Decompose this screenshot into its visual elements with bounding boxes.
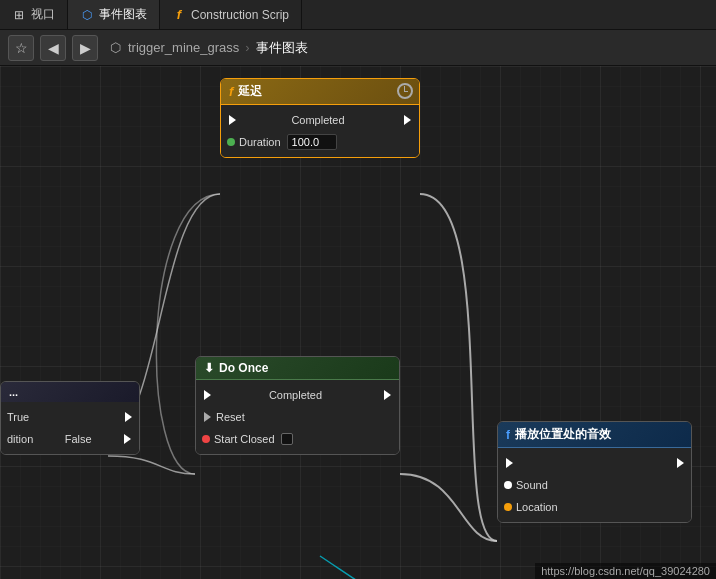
- delay-exec-out-pin: [403, 115, 413, 125]
- title-bar: ⊞ 视口 ⬡ 事件图表 f Construction Scrip: [0, 0, 716, 30]
- tab-event-graph-label: 事件图表: [99, 6, 147, 23]
- node-condition[interactable]: ... True dition False: [0, 381, 140, 455]
- play-sound-sound-pin: [504, 481, 512, 489]
- node-play-sound-title: 播放位置处的音效: [515, 426, 611, 443]
- do-once-completed-label: Completed: [269, 389, 322, 401]
- do-once-start-closed-row: Start Closed: [196, 428, 399, 450]
- delay-func-icon: f: [229, 84, 233, 99]
- delay-duration-input[interactable]: [287, 134, 337, 150]
- back-button[interactable]: ◀: [40, 35, 66, 61]
- do-once-exec-in-pin: [202, 390, 212, 400]
- watermark-text: https://blog.csdn.net/qq_39024280: [541, 565, 710, 577]
- delay-duration-pin: [227, 138, 235, 146]
- node-play-sound-body: Sound Location: [498, 448, 691, 522]
- node-delay-title: 延迟: [238, 83, 262, 100]
- node-delay[interactable]: f 延迟 Completed Duration: [220, 78, 420, 158]
- clock-icon: [397, 83, 413, 99]
- do-once-start-closed-pin: [202, 435, 210, 443]
- node-play-sound-header: f 播放位置处的音效: [498, 422, 691, 448]
- node-do-once-title: Do Once: [219, 361, 268, 375]
- do-once-exec-row: Completed: [196, 384, 399, 406]
- delay-exec-row: Completed: [221, 109, 419, 131]
- condition-true-pin: [123, 412, 133, 422]
- tab-construction-label: Construction Scrip: [191, 8, 289, 22]
- condition-dition-label: dition: [7, 433, 33, 445]
- breadcrumb-root[interactable]: trigger_mine_grass: [128, 40, 239, 55]
- play-sound-location-row: Location: [498, 496, 691, 518]
- condition-true-row: True: [1, 406, 139, 428]
- node-do-once-body: Completed Reset Start Closed: [196, 380, 399, 454]
- do-once-reset-label: Reset: [216, 411, 245, 423]
- condition-false-label: False: [65, 433, 92, 445]
- play-sound-location-pin: [504, 503, 512, 511]
- back-icon: ◀: [48, 40, 59, 56]
- do-once-reset-row: Reset: [196, 406, 399, 428]
- breadcrumb-separator: ›: [245, 40, 249, 55]
- bookmark-icon: ☆: [15, 40, 28, 56]
- condition-header-label: ...: [9, 386, 18, 398]
- view-icon: ⊞: [12, 8, 26, 22]
- do-once-start-closed-checkbox[interactable]: [281, 433, 293, 445]
- delay-completed-label: Completed: [291, 114, 344, 126]
- blueprint-icon: ⬡: [80, 8, 94, 22]
- do-once-exec-out-pin: [383, 390, 393, 400]
- condition-false-pin: [123, 434, 133, 444]
- condition-false-row: dition False: [1, 428, 139, 450]
- delay-exec-in-pin: [227, 115, 237, 125]
- tab-view[interactable]: ⊞ 视口: [0, 0, 68, 29]
- play-sound-func-icon: f: [506, 428, 510, 442]
- node-delay-header: f 延迟: [221, 79, 419, 105]
- forward-button[interactable]: ▶: [72, 35, 98, 61]
- do-once-reset-pin: [202, 412, 212, 422]
- breadcrumb-current: 事件图表: [256, 39, 308, 57]
- node-condition-body: True dition False: [1, 402, 139, 454]
- tab-view-label: 视口: [31, 6, 55, 23]
- play-sound-location-label: Location: [516, 501, 558, 513]
- toolbar: ☆ ◀ ▶ ⬡ trigger_mine_grass › 事件图表: [0, 30, 716, 66]
- node-delay-body: Completed Duration: [221, 105, 419, 157]
- play-sound-exec-row: [498, 452, 691, 474]
- play-sound-exec-in-pin: [504, 458, 514, 468]
- play-sound-sound-label: Sound: [516, 479, 548, 491]
- blueprint-canvas[interactable]: f 延迟 Completed Duration ⬇ Do Once: [0, 66, 716, 579]
- watermark: https://blog.csdn.net/qq_39024280: [535, 563, 716, 579]
- do-once-start-closed-label: Start Closed: [214, 433, 275, 445]
- bookmark-button[interactable]: ☆: [8, 35, 34, 61]
- function-icon: f: [172, 8, 186, 22]
- node-do-once-header: ⬇ Do Once: [196, 357, 399, 380]
- play-sound-exec-out-pin: [675, 458, 685, 468]
- tab-construction[interactable]: f Construction Scrip: [160, 0, 302, 29]
- tab-event-graph[interactable]: ⬡ 事件图表: [68, 0, 160, 29]
- do-once-icon: ⬇: [204, 361, 214, 375]
- node-condition-header: ...: [1, 382, 139, 402]
- condition-true-label: True: [7, 411, 29, 423]
- breadcrumb-icon: ⬡: [108, 41, 122, 55]
- breadcrumb: ⬡ trigger_mine_grass › 事件图表: [108, 39, 308, 57]
- delay-duration-label: Duration: [239, 136, 281, 148]
- play-sound-sound-row: Sound: [498, 474, 691, 496]
- node-do-once[interactable]: ⬇ Do Once Completed Reset Start Closed: [195, 356, 400, 455]
- node-play-sound[interactable]: f 播放位置处的音效 Sound Location: [497, 421, 692, 523]
- delay-duration-row: Duration: [221, 131, 419, 153]
- forward-icon: ▶: [80, 40, 91, 56]
